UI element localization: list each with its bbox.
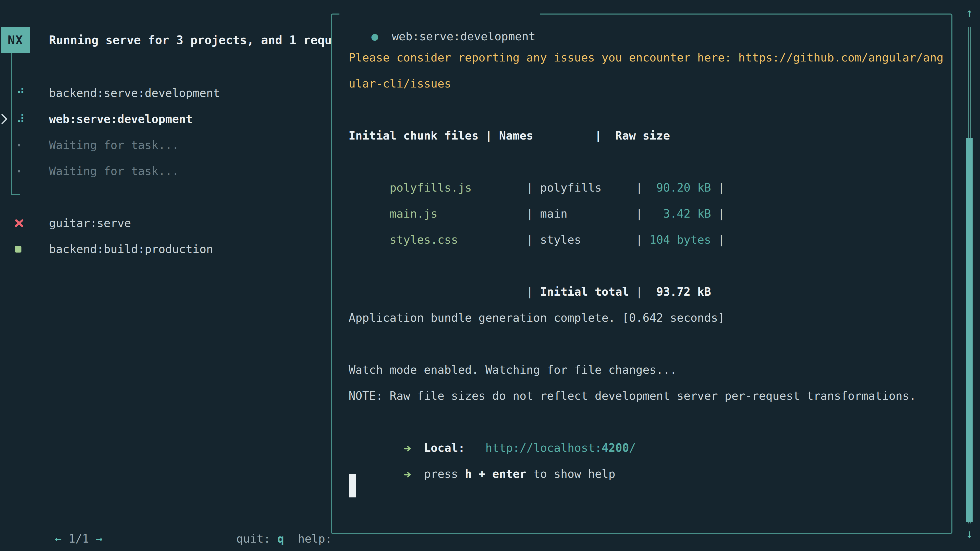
task-label: web:serve:development: [49, 106, 192, 132]
keyboard-shortcuts: quit: q help: ?: [195, 500, 331, 526]
task-item-backend-build[interactable]: backend:build:production: [0, 236, 331, 262]
local-url-line: Local: http://localhost:4200/: [348, 409, 943, 435]
local-url-link[interactable]: http://localhost:: [485, 441, 601, 454]
quit-label: quit:: [236, 532, 277, 545]
task-label: backend:serve:development: [49, 80, 220, 106]
output-panel-title: ● web:serve:development: [339, 2, 540, 25]
sidebar-header: Running serve for 3 projects, and 1 requ: [49, 27, 331, 53]
local-url-port[interactable]: 4200: [602, 441, 629, 454]
pager-page-indicator: 1/1: [62, 532, 96, 545]
issue-report-line-1: Please consider reporting any issues you…: [348, 44, 943, 71]
spinner-icon: ⠼: [15, 106, 27, 132]
task-pager: ← 1/1 →: [14, 500, 103, 526]
quit-key: q: [277, 532, 284, 545]
chunk-table-header: Initial chunk files | Names | Raw size: [348, 123, 943, 149]
scroll-up-icon[interactable]: ↑: [962, 3, 977, 23]
spinner-icon: ⠚: [15, 80, 27, 106]
task-item-guitar-serve[interactable]: guitar:serve: [0, 210, 331, 236]
task-item-waiting-2[interactable]: Waiting for task...: [0, 158, 331, 184]
running-dot-icon: ●: [371, 30, 378, 43]
help-keys: h + enter: [465, 467, 527, 480]
terminal-output: Please consider reporting any issues you…: [348, 44, 943, 461]
success-square-icon: [15, 246, 21, 252]
task-label: guitar:serve: [49, 210, 131, 236]
terminal-cursor: [349, 474, 356, 497]
initial-total-row: | Initial total | 93.72 kB: [348, 253, 943, 279]
local-label: Local:: [424, 441, 465, 454]
nx-tui-screen: NX Running serve for 3 projects, and 1 r…: [0, 0, 980, 551]
panel-title-label: web:serve:development: [392, 30, 536, 43]
task-item-waiting-1[interactable]: Waiting for task...: [0, 132, 331, 158]
pager-next-icon[interactable]: →: [96, 532, 103, 545]
task-label: backend:build:production: [49, 236, 213, 262]
task-item-backend-serve[interactable]: ⠚ backend:serve:development: [0, 80, 331, 106]
arrow-right-icon: [403, 461, 410, 487]
scrollbar-thumb[interactable]: [966, 138, 973, 522]
chunk-table-row: polyfills.js | polyfills | 90.20 kB |: [348, 149, 943, 175]
task-label: Waiting for task...: [49, 158, 179, 184]
nx-logo: NX: [1, 27, 30, 53]
issue-report-line-2: ular-cli/issues: [348, 71, 943, 97]
watch-mode-line: Watch mode enabled. Watching for file ch…: [348, 357, 943, 383]
pending-dot-icon: [18, 170, 20, 172]
arrow-right-icon: [403, 435, 410, 461]
pending-dot-icon: [18, 144, 20, 146]
note-line: NOTE: Raw file sizes do not reflect deve…: [348, 383, 943, 409]
task-label: Waiting for task...: [49, 132, 179, 158]
failed-x-icon: [14, 218, 24, 229]
help-label: help:: [298, 532, 331, 545]
task-sidebar: NX Running serve for 3 projects, and 1 r…: [0, 0, 331, 551]
pager-prev-icon[interactable]: ←: [55, 532, 62, 545]
bundle-complete-line: Application bundle generation complete. …: [348, 305, 943, 331]
scroll-down-icon[interactable]: ↓: [962, 524, 977, 544]
task-item-web-serve[interactable]: ⠼ web:serve:development: [0, 106, 331, 132]
local-url-slash[interactable]: /: [629, 441, 636, 454]
